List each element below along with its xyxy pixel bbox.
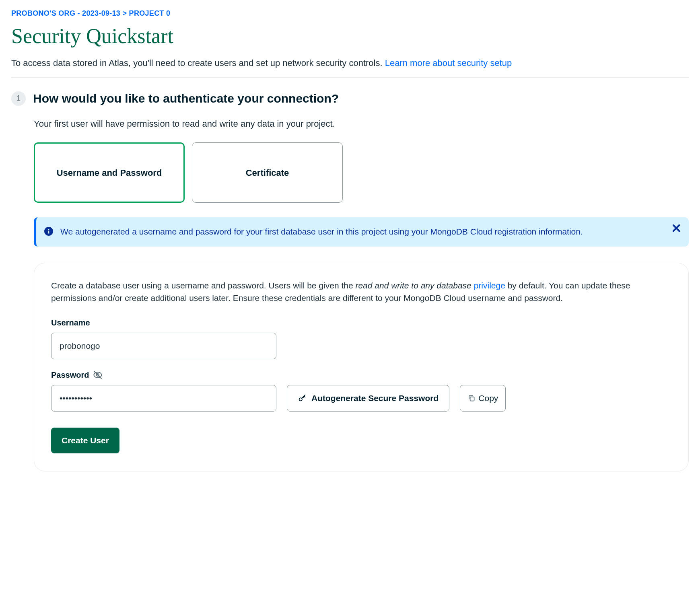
close-icon[interactable] [673, 224, 680, 232]
password-row: Autogenerate Secure Password Copy [51, 385, 671, 412]
card-description: Create a database user using a username … [51, 279, 671, 305]
username-input[interactable] [51, 333, 276, 359]
breadcrumb-sep: > [122, 9, 127, 17]
step-description: Your first user will have permission to … [34, 117, 689, 130]
option-username-password[interactable]: Username and Password [34, 142, 185, 203]
password-input[interactable] [51, 385, 276, 412]
privilege-link[interactable]: privilege [474, 281, 505, 290]
step-number-badge: 1 [11, 91, 26, 106]
autogenerate-password-label: Autogenerate Secure Password [311, 393, 439, 403]
info-banner: We autogenerated a username and password… [34, 217, 689, 247]
option-certificate[interactable]: Certificate [192, 142, 343, 203]
copy-icon [467, 394, 476, 402]
info-icon [44, 227, 53, 236]
option-certificate-label: Certificate [246, 166, 289, 179]
breadcrumb-org-link[interactable]: PROBONO'S ORG - 2023-09-13 [11, 9, 120, 17]
svg-rect-5 [470, 397, 474, 401]
username-label: Username [51, 317, 671, 329]
breadcrumb-project-link[interactable]: PROJECT 0 [129, 9, 171, 17]
create-user-card: Create a database user using a username … [34, 263, 689, 471]
option-username-password-label: Username and Password [57, 166, 162, 179]
breadcrumb: PROBONO'S ORG - 2023-09-13 > PROJECT 0 [11, 8, 689, 19]
learn-more-link[interactable]: Learn more about security setup [385, 58, 512, 68]
copy-label: Copy [478, 393, 498, 403]
divider [11, 77, 689, 78]
subtitle: To access data stored in Atlas, you'll n… [11, 56, 689, 70]
create-user-label: Create User [62, 436, 109, 445]
page-title: Security Quickstart [11, 25, 689, 47]
autogenerate-password-button[interactable]: Autogenerate Secure Password [287, 385, 449, 412]
auth-method-options: Username and Password Certificate [34, 142, 689, 203]
eye-off-icon[interactable] [93, 370, 103, 380]
key-icon [298, 394, 307, 403]
svg-rect-2 [48, 229, 49, 231]
username-field: Username [51, 317, 671, 359]
copy-button[interactable]: Copy [460, 385, 506, 412]
subtitle-text: To access data stored in Atlas, you'll n… [11, 58, 385, 68]
step-header: 1 How would you like to authenticate you… [11, 89, 689, 107]
banner-message: We autogenerated a username and password… [60, 225, 679, 239]
create-user-button[interactable]: Create User [51, 428, 119, 453]
password-label: Password [51, 369, 671, 381]
svg-rect-1 [48, 231, 49, 234]
step-title: How would you like to authenticate your … [33, 89, 339, 107]
